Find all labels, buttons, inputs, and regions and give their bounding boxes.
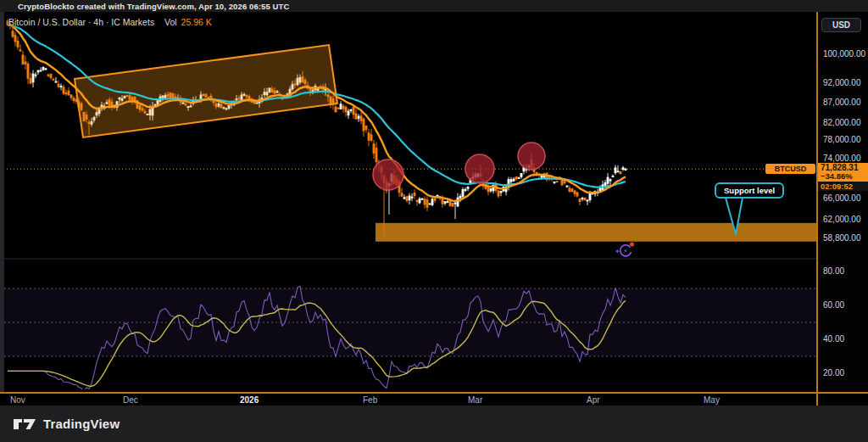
time-axis-label: Mar: [468, 395, 482, 405]
time-axis-label: Dec: [123, 395, 138, 405]
currency-usd-button[interactable]: USD: [821, 18, 861, 32]
tradingview-brand[interactable]: TradingView: [43, 417, 120, 431]
last-price-tag: BTCUSD: [765, 164, 815, 174]
price-axis-border: [816, 12, 818, 406]
footer-bar: TradingView: [0, 406, 868, 442]
rsi-axis-label: 20.00: [823, 368, 844, 378]
chart-canvas[interactable]: ⚡✦: [0, 0, 816, 392]
price-axis-label: 87,000.00: [823, 98, 861, 107]
time-axis-label: May: [704, 395, 720, 405]
tradingview-chart-window: CryptoBlockto created with TradingView.c…: [0, 0, 868, 442]
time-axis-label: Feb: [363, 395, 377, 405]
time-axis-label: Nov: [10, 395, 25, 405]
rsi-pane: [0, 288, 816, 356]
price-axis-label: 74,000.00: [823, 154, 861, 163]
svg-text:⚡: ⚡: [623, 247, 628, 255]
left-toolbar-strip: [0, 12, 4, 406]
attribution-text: CryptoBlockto created with TradingView.c…: [18, 2, 289, 11]
time-axis[interactable]: NovDec2026FebMarAprMay: [0, 392, 868, 406]
signal-circle[interactable]: [518, 143, 545, 170]
main-pane: [0, 19, 816, 241]
signal-circle[interactable]: [465, 154, 494, 183]
time-axis-label: Apr: [587, 395, 600, 405]
rsi-axis-label: 80.00: [823, 266, 844, 276]
symbol-legend[interactable]: Bitcoin / U.S. Dollar · 4h · IC Markets …: [8, 17, 212, 27]
volume-value: 25.96 K: [181, 17, 212, 27]
tradingview-logo-icon[interactable]: [13, 417, 36, 431]
rsi-axis-label: 60.00: [823, 300, 844, 310]
price-axis-label: 58,800.00: [823, 233, 861, 243]
red-dot: [630, 243, 634, 247]
price-axis-label: 62,000.00: [823, 215, 861, 224]
symbol-title[interactable]: Bitcoin / U.S. Dollar · 4h · IC Markets: [8, 17, 154, 27]
flash-reload-icon[interactable]: ⚡✦: [615, 243, 634, 256]
price-axis-label: 66,000.00: [823, 193, 861, 203]
svg-text:✦: ✦: [615, 248, 620, 255]
volume-label: Vol: [164, 17, 177, 27]
attribution-bar: CryptoBlockto created with TradingView.c…: [0, 0, 868, 12]
price-axis-label: 78,000.00: [823, 135, 861, 144]
price-axis-label: 92,000.00: [823, 78, 861, 87]
price-axis-label: 82,000.00: [823, 118, 861, 127]
price-axis-label: 100,000.00: [823, 49, 865, 59]
time-axis-label: 2026: [240, 395, 259, 405]
signal-circle[interactable]: [373, 159, 403, 190]
support-zone-rect[interactable]: [376, 223, 816, 242]
rsi-axis-label: 40.00: [823, 334, 844, 344]
support-level-text: Support level: [724, 186, 775, 195]
support-level-callout[interactable]: Support level: [715, 182, 784, 199]
last-price-change: −34.86%: [816, 172, 868, 182]
price-axis[interactable]: USD 71,828.31 −34.86% 02:09:52 100,000.0…: [816, 12, 868, 392]
bar-countdown: 02:09:52: [816, 182, 868, 191]
last-price-label: 71,828.31 −34.86% 02:09:52: [816, 163, 868, 191]
